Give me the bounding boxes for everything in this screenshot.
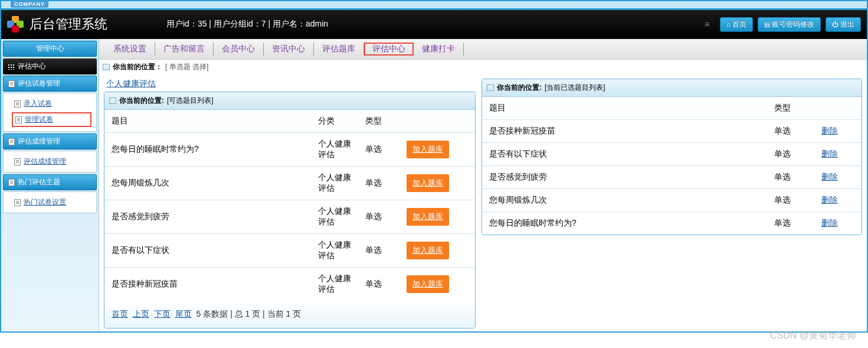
- menu-item[interactable]: 评估中心: [364, 43, 414, 56]
- cell-type: 单选: [767, 120, 814, 143]
- logout-button[interactable]: ⏻退出: [826, 17, 861, 32]
- table-row: 是否感觉到疲劳 个人健康评估 单选 加入题库: [104, 200, 475, 234]
- selected-panel: 你当前的位置: [当前已选题目列表] 题目类型 是否接种新冠疫苗 单选 删除是否…: [482, 79, 862, 235]
- sidebar-item[interactable]: 管理试卷: [12, 112, 91, 127]
- breadcrumb: 你当前的位置： [ 单选题 选择]: [99, 60, 867, 74]
- cell-category: 个人健康评估: [311, 200, 358, 234]
- table-row: 是否接种新冠疫苗 单选 删除: [482, 120, 862, 143]
- pager-last[interactable]: 尾页: [175, 309, 192, 318]
- account-button[interactable]: ▤账号密码修改: [758, 17, 821, 32]
- cell-question: 您每日的睡眠时常约为?: [104, 133, 311, 167]
- delete-link[interactable]: 删除: [821, 172, 838, 181]
- sidebar-group[interactable]: 评估成绩管理: [3, 134, 97, 149]
- pager-first[interactable]: 首页: [112, 309, 128, 318]
- power-icon: ⏻: [832, 21, 838, 28]
- cell-category: 个人健康评估: [311, 133, 358, 167]
- table-row: 您每日的睡眠时常约为? 个人健康评估 单选 加入题库: [104, 133, 475, 167]
- doc-icon: ▤: [764, 21, 770, 28]
- add-button[interactable]: 加入题库: [407, 208, 449, 226]
- main-area: 系统设置广告和留言会员中心资讯中心评估题库评估中心健康打卡 你当前的位置： [ …: [99, 39, 867, 331]
- delete-link[interactable]: 删除: [821, 218, 838, 227]
- doc-icon: [14, 158, 21, 165]
- sidebar-section[interactable]: 评估中心: [3, 58, 97, 74]
- pager-prev[interactable]: 上页: [133, 309, 149, 318]
- logo-icon: [7, 16, 24, 32]
- menu-icon[interactable]: ≡: [705, 19, 709, 29]
- available-table: 题目分类类型 您每日的睡眠时常约为? 个人健康评估 单选 加入题库您每周锻炼几次…: [104, 110, 475, 301]
- add-button[interactable]: 加入题库: [407, 275, 449, 293]
- cell-type: 单选: [358, 268, 399, 301]
- delete-link[interactable]: 删除: [821, 149, 838, 158]
- menu-item[interactable]: 广告和留言: [155, 43, 214, 56]
- cell-category: 个人健康评估: [311, 167, 358, 200]
- add-button[interactable]: 加入题库: [407, 242, 449, 259]
- category-link[interactable]: 个人健康评估: [104, 77, 158, 90]
- sidebar-item[interactable]: 录入试卷: [4, 96, 96, 111]
- cell-question: 是否感觉到疲劳: [482, 166, 767, 189]
- table-row: 您每周锻炼几次 个人健康评估 单选 加入题库: [104, 167, 475, 200]
- menu-item[interactable]: 系统设置: [105, 43, 155, 56]
- page-icon: [487, 84, 494, 91]
- delete-link[interactable]: 删除: [821, 126, 838, 135]
- cell-question: 是否感觉到疲劳: [104, 200, 311, 234]
- table-header: 类型: [767, 97, 814, 120]
- sidebar-group[interactable]: 评估试卷管理: [3, 76, 97, 92]
- cell-type: 单选: [358, 200, 399, 234]
- doc-icon: [8, 138, 15, 145]
- cell-question: 是否有以下症状: [104, 234, 311, 268]
- table-header: 分类: [311, 110, 358, 133]
- grid-icon: [8, 64, 15, 70]
- menu-item[interactable]: 会员中心: [214, 43, 264, 56]
- user-info: 用户id：35 | 用户分组id：7 | 用户名：admin: [166, 19, 328, 30]
- doc-icon: [8, 80, 15, 87]
- cell-question: 是否接种新冠疫苗: [104, 268, 311, 301]
- table-header: [814, 97, 862, 120]
- cell-question: 您每周锻炼几次: [104, 167, 311, 200]
- table-row: 是否有以下症状 个人健康评估 单选 加入题库: [104, 234, 475, 268]
- app-title: 后台管理系统: [30, 15, 107, 33]
- add-button[interactable]: 加入题库: [407, 141, 449, 158]
- cell-type: 单选: [358, 133, 399, 167]
- sidebar: 管理中心 评估中心 评估试卷管理录入试卷管理试卷评估成绩管理评估成绩管理热门评估…: [1, 39, 99, 331]
- table-row: 是否接种新冠疫苗 个人健康评估 单选 加入题库: [104, 268, 475, 301]
- home-button[interactable]: ⌂首页: [720, 17, 753, 32]
- table-row: 您每日的睡眠时常约为? 单选 删除: [482, 212, 862, 235]
- cell-type: 单选: [358, 167, 399, 200]
- available-panel: 你当前的位置: [可选题目列表] 题目分类类型 您每日的睡眠时常约为? 个人健康…: [104, 92, 476, 329]
- menu-item[interactable]: 健康打卡: [414, 43, 464, 56]
- table-row: 是否有以下症状 单选 删除: [482, 143, 862, 166]
- pager-next[interactable]: 下页: [154, 309, 171, 318]
- delete-link[interactable]: 删除: [821, 195, 838, 204]
- sidebar-item[interactable]: 评估成绩管理: [4, 154, 96, 169]
- pager-info: 5 条数据 | 总 1 页 | 当前 1 页: [196, 309, 302, 318]
- cell-question: 您每日的睡眠时常约为?: [482, 212, 767, 235]
- table-header: 题目: [104, 110, 311, 133]
- company-tag: COMPANY: [11, 1, 48, 8]
- page-icon: [109, 97, 116, 104]
- doc-icon: [15, 116, 22, 123]
- cell-category: 个人健康评估: [311, 268, 358, 301]
- page-icon: [103, 64, 110, 70]
- sidebar-group[interactable]: 热门评估主题: [3, 174, 97, 190]
- home-icon: ⌂: [726, 21, 731, 28]
- menu-item[interactable]: 评估题库: [314, 43, 364, 56]
- topbar: 后台管理系统 用户id：35 | 用户分组id：7 | 用户名：admin ≡ …: [1, 8, 867, 39]
- cell-type: 单选: [767, 143, 814, 166]
- table-header: [399, 110, 475, 133]
- cell-question: 是否有以下症状: [482, 143, 767, 166]
- menu-item[interactable]: 资讯中心: [264, 43, 314, 56]
- pager: 首页 上页 下页 尾页 5 条数据 | 总 1 页 | 当前 1 页: [104, 301, 475, 328]
- doc-icon: [14, 199, 21, 206]
- cell-type: 单选: [767, 212, 814, 235]
- add-button[interactable]: 加入题库: [407, 174, 449, 192]
- sidebar-item[interactable]: 热门试卷设置: [4, 195, 96, 210]
- table-row: 是否感觉到疲劳 单选 删除: [482, 166, 862, 189]
- cell-type: 单选: [767, 166, 814, 189]
- doc-icon: [14, 100, 21, 108]
- cell-type: 单选: [767, 189, 814, 212]
- cell-category: 个人健康评估: [311, 234, 358, 268]
- selected-table: 题目类型 是否接种新冠疫苗 单选 删除是否有以下症状 单选 删除是否感觉到疲劳 …: [482, 97, 862, 235]
- table-row: 您每周锻炼几次 单选 删除: [482, 189, 862, 212]
- table-header: 题目: [482, 97, 767, 120]
- doc-icon: [8, 179, 15, 186]
